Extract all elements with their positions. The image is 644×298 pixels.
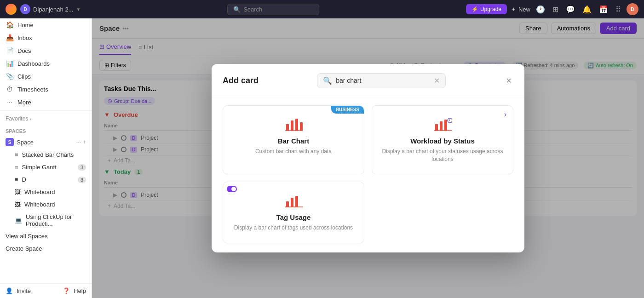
bell-icon[interactable]: 🔔 bbox=[581, 3, 593, 16]
grid-icon[interactable]: ⊞ bbox=[551, 3, 560, 16]
upgrade-button[interactable]: ⚡ Upgrade bbox=[466, 4, 507, 14]
sidebar-item-create-space[interactable]: Create Space bbox=[0, 242, 92, 255]
svg-rect-5 bbox=[435, 124, 438, 131]
space-actions: ··· + bbox=[76, 139, 86, 145]
whiteboard-1-icon: 🖼 bbox=[15, 189, 21, 195]
sidebar-item-d[interactable]: ≡ D 3 bbox=[0, 173, 92, 186]
apps-icon[interactable]: ⠿ bbox=[614, 3, 623, 16]
view-all-label: View all Spaces bbox=[6, 233, 48, 240]
bar-chart-icon bbox=[284, 117, 303, 132]
space-plus[interactable]: + bbox=[83, 139, 86, 145]
whiteboard-1-label: Whiteboard bbox=[24, 189, 55, 195]
card-option-tag-usage[interactable]: Tag Usage Display a bar chart of tags us… bbox=[223, 182, 364, 243]
sidebar-item-whiteboard-1[interactable]: 🖼 Whiteboard bbox=[0, 186, 92, 198]
business-badge: BUSINESS bbox=[331, 106, 364, 114]
sidebar-item-clips[interactable]: 📎 Clips bbox=[0, 70, 92, 83]
card-grid: BUSINESS Bar Chart Custom bar chart wit bbox=[223, 105, 513, 243]
user-menu[interactable]: D Dipanjenah 2... ▼ bbox=[20, 4, 80, 14]
sidebar-item-invite[interactable]: 👤 Invite bbox=[6, 287, 31, 294]
sidebar-item-timesheets[interactable]: ⏱ Timesheets bbox=[0, 83, 92, 96]
modal-header: Add card 🔍 ✕ × bbox=[212, 64, 524, 96]
card-option-bar-chart[interactable]: BUSINESS Bar Chart Custom bar chart wit bbox=[223, 105, 364, 175]
modal-body: BUSINESS Bar Chart Custom bar chart wit bbox=[212, 96, 524, 252]
workload-arrow-icon: › bbox=[504, 110, 506, 119]
svg-text:›: › bbox=[449, 119, 450, 121]
sidebar-item-docs[interactable]: 📄 Docs bbox=[0, 44, 92, 57]
upgrade-icon: ⚡ bbox=[472, 6, 478, 12]
simple-gantt-label: Simple Gantt bbox=[22, 164, 57, 171]
sidebar-item-home[interactable]: 🏠 Home bbox=[0, 18, 92, 31]
docs-icon: 📄 bbox=[6, 47, 14, 54]
sidebar-item-whiteboard-2[interactable]: 🖼 Whiteboard bbox=[0, 198, 92, 211]
svg-rect-3 bbox=[300, 122, 303, 131]
space-avatar: S bbox=[6, 138, 14, 146]
sidebar-label-clips: Clips bbox=[17, 73, 31, 80]
sidebar-item-more[interactable]: ··· More bbox=[0, 96, 92, 109]
sidebar-item-view-all[interactable]: View all Spaces bbox=[0, 230, 92, 242]
content-area: Space ••• Share Automations Add card bbox=[92, 18, 644, 298]
sidebar-bottom: 👤 Invite ❓ Help bbox=[0, 283, 92, 298]
search-icon: 🔍 bbox=[323, 76, 332, 85]
new-button[interactable]: ＋ New bbox=[511, 5, 530, 13]
favorites-label: Favorites › bbox=[6, 115, 32, 122]
dashboards-icon: 📊 bbox=[6, 60, 14, 67]
create-space-label: Create Space bbox=[6, 245, 42, 252]
help-icon: ❓ bbox=[63, 287, 70, 294]
bar-chart-desc: Custom bar chart with any data bbox=[255, 148, 332, 155]
sidebar-item-dashboards[interactable]: 📊 Dashboards bbox=[0, 57, 92, 70]
clickup-icon: 💻 bbox=[15, 217, 22, 224]
modal-search-input[interactable] bbox=[336, 77, 430, 84]
clock-icon[interactable]: 🕐 bbox=[534, 3, 547, 16]
card-option-workload[interactable]: › › Workload by Status Display a bar cha… bbox=[372, 105, 513, 175]
top-nav-left: D Dipanjenah 2... ▼ bbox=[6, 4, 80, 15]
space-dots[interactable]: ··· bbox=[76, 139, 81, 145]
bar-chart-name: Bar Chart bbox=[278, 137, 309, 145]
stacked-bar-icon: ≡ bbox=[15, 151, 18, 158]
svg-rect-6 bbox=[440, 121, 443, 131]
top-nav-center: 🔍 Search bbox=[227, 4, 319, 15]
tag-usage-name: Tag Usage bbox=[276, 213, 311, 221]
top-nav-right: ⚡ Upgrade ＋ New 🕐 ⊞ 💬 🔔 📅 ⠿ D bbox=[466, 3, 638, 16]
svg-rect-2 bbox=[295, 119, 298, 131]
svg-rect-11 bbox=[286, 201, 289, 207]
sidebar-item-help[interactable]: ❓ Help bbox=[63, 287, 86, 294]
svg-rect-1 bbox=[291, 120, 293, 131]
space-item-space[interactable]: S Space ··· + bbox=[0, 136, 92, 149]
help-label: Help bbox=[74, 287, 86, 294]
favorites-section[interactable]: Favorites › bbox=[0, 113, 92, 125]
sidebar-item-stacked-bar[interactable]: ≡ Stacked Bar Charts bbox=[0, 149, 92, 161]
modal-search-container[interactable]: 🔍 ✕ bbox=[317, 73, 446, 88]
space-name: Space bbox=[17, 139, 34, 146]
workload-chart-icon: › bbox=[433, 117, 452, 132]
timesheets-icon: ⏱ bbox=[6, 86, 14, 93]
workload-desc: Display a bar chart of your statuses usa… bbox=[381, 148, 504, 163]
nav-user-avatar[interactable]: D bbox=[627, 3, 638, 15]
sidebar-item-simple-gantt[interactable]: ≡ Simple Gantt 3 bbox=[0, 161, 92, 173]
stacked-bar-label: Stacked Bar Charts bbox=[22, 151, 74, 158]
plus-icon: ＋ bbox=[511, 5, 517, 13]
sidebar-label-more: More bbox=[17, 99, 31, 106]
workload-name: Workload by Status bbox=[410, 137, 475, 145]
modal-backdrop: Add card 🔍 ✕ × BUSINESS bbox=[92, 18, 644, 298]
user-name: Dipanjenah 2... bbox=[33, 6, 73, 13]
svg-rect-13 bbox=[295, 196, 298, 207]
chat-icon[interactable]: 💬 bbox=[564, 3, 577, 16]
invite-icon: 👤 bbox=[6, 287, 13, 294]
modal-close-button[interactable]: × bbox=[504, 74, 513, 88]
svg-rect-7 bbox=[444, 120, 447, 131]
search-clear-button[interactable]: ✕ bbox=[434, 76, 440, 85]
calendar-icon[interactable]: 📅 bbox=[597, 3, 610, 16]
chevron-down-icon: ▼ bbox=[76, 7, 80, 12]
app-container: D Dipanjenah 2... ▼ 🔍 Search ⚡ Upgrade ＋… bbox=[0, 0, 644, 298]
tag-usage-desc: Display a bar chart of tags used across … bbox=[234, 224, 353, 232]
user-avatar: D bbox=[20, 4, 30, 14]
sidebar-item-inbox[interactable]: 📥 Inbox bbox=[0, 31, 92, 44]
whiteboard-2-label: Whiteboard bbox=[24, 201, 55, 208]
svg-rect-0 bbox=[286, 124, 289, 131]
svg-rect-12 bbox=[291, 198, 293, 207]
toggle-indicator bbox=[227, 186, 237, 192]
sidebar-item-clickup[interactable]: 💻 Using ClickUp for Producti... bbox=[0, 211, 92, 230]
add-card-modal: Add card 🔍 ✕ × BUSINESS bbox=[212, 64, 524, 252]
global-search[interactable]: 🔍 Search bbox=[227, 4, 319, 15]
whiteboard-2-icon: 🖼 bbox=[15, 201, 21, 208]
